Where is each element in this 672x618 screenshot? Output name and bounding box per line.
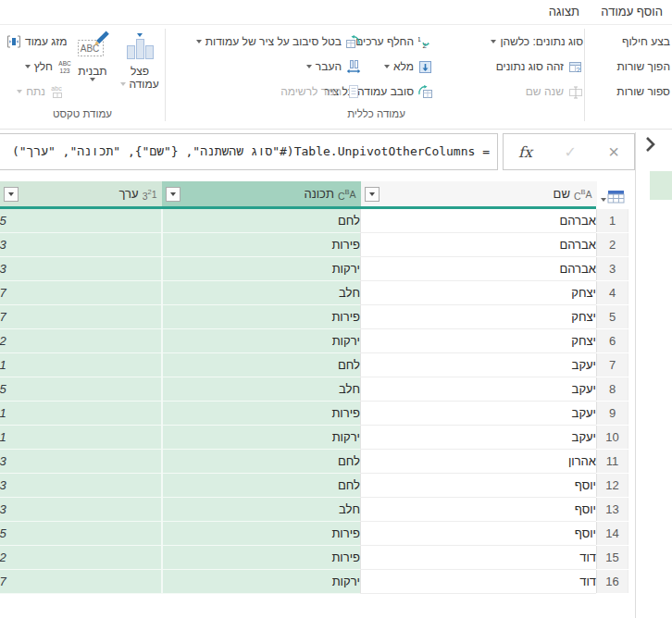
move-icon [345, 59, 361, 75]
attribute-cell[interactable]: לחם [162, 474, 361, 498]
rename-button[interactable]: שנה שם [526, 81, 583, 102]
row-number-cell[interactable]: 1 [597, 208, 628, 233]
tab-add-column[interactable]: הוסף עמודה [601, 5, 663, 19]
attribute-cell[interactable]: פירות [162, 546, 361, 570]
cancel-formula-icon[interactable]: × [608, 142, 619, 161]
extract-button[interactable]: ABC123 חלץ [0, 56, 72, 77]
attribute-cell[interactable]: פירות [162, 305, 361, 329]
row-number-cell[interactable]: 8 [597, 377, 628, 402]
split-column-button[interactable]: פצל עמודה [117, 28, 163, 107]
row-number-cell[interactable]: 16 [597, 570, 628, 594]
value-cell[interactable]: 1 [0, 426, 162, 450]
value-cell[interactable]: 5 [0, 377, 162, 402]
value-cell[interactable]: 3 [0, 474, 162, 498]
attribute-cell[interactable]: פירות [162, 402, 361, 426]
value-cell[interactable]: 5 [0, 522, 162, 546]
confirm-formula-icon[interactable]: ✓ [564, 143, 576, 161]
table-row: 16 דוד ירקות 7 [0, 570, 628, 594]
name-cell[interactable]: דוד [361, 546, 597, 570]
value-cell[interactable]: 3 [0, 257, 162, 281]
attribute-cell[interactable]: חלב [162, 498, 361, 522]
row-number-cell[interactable]: 13 [597, 498, 628, 522]
name-cell[interactable]: אהרון [361, 450, 597, 474]
formula-input[interactable]: = Table.UnpivotOtherColumns(#"סוג שהשתנה… [0, 133, 498, 170]
value-cell[interactable]: 7 [0, 570, 162, 594]
detect-data-type-button[interactable]: ? זהה סוג נתונים [496, 56, 583, 77]
row-number-cell[interactable]: 2 [597, 233, 628, 257]
merge-columns-button[interactable]: מזג עמוד [6, 31, 67, 52]
value-cell[interactable]: 2 [0, 329, 162, 353]
name-cell[interactable]: יעקב [361, 353, 597, 377]
row-number-cell[interactable]: 12 [597, 474, 628, 498]
convert-to-list-button[interactable]: המר לרשימה [280, 81, 361, 102]
name-cell[interactable]: דוד [361, 570, 597, 594]
value-cell[interactable]: 3 [0, 498, 162, 522]
data-type-button[interactable]: סוג נתונים: כלשהן [491, 31, 583, 52]
attribute-cell[interactable]: לחם [162, 450, 361, 474]
count-rows-button[interactable]: ספור שורות [616, 81, 670, 102]
column-header-name[interactable]: ABC שם [361, 181, 597, 208]
name-cell[interactable]: יצחק [361, 281, 597, 305]
name-cell[interactable]: יצחק [361, 329, 597, 353]
table-row: 14 יוסף פירות 5 [0, 522, 628, 546]
value-cell[interactable]: 7 [0, 281, 162, 305]
value-cell[interactable]: 2 [0, 546, 162, 570]
filter-button[interactable] [365, 187, 380, 202]
row-number-cell[interactable]: 6 [597, 329, 628, 353]
value-cell[interactable]: 3 [0, 233, 162, 257]
row-number-cell[interactable]: 5 [597, 305, 628, 329]
row-number-cell[interactable]: 11 [597, 450, 628, 474]
parse-button[interactable]: abc נתח [0, 81, 65, 102]
filter-button[interactable] [4, 187, 19, 202]
name-cell[interactable]: יעקב [361, 426, 597, 450]
name-cell[interactable]: אברהם [361, 257, 597, 281]
name-cell[interactable]: יעקב [361, 402, 597, 426]
attribute-cell[interactable]: ירקות [162, 257, 361, 281]
attribute-cell[interactable]: פירות [162, 233, 361, 257]
tab-view[interactable]: תצוגה [549, 5, 579, 19]
table-menu-header[interactable] [597, 181, 628, 208]
fx-icon[interactable]: fx [518, 143, 532, 161]
name-cell[interactable]: יוסף [361, 522, 597, 546]
name-cell[interactable]: יוסף [361, 474, 597, 498]
transpose-button[interactable]: בצע חילוף [622, 31, 670, 52]
convert-to-list-icon [345, 84, 361, 100]
value-cell[interactable]: 5 [0, 208, 162, 233]
name-cell[interactable]: אברהם [361, 233, 597, 257]
move-label: העבר [316, 60, 342, 73]
unpivot-columns-button[interactable]: בטל סיבוב על ציר של עמודות [196, 31, 361, 52]
fill-button[interactable]: מלא [384, 56, 433, 77]
row-number-cell[interactable]: 7 [597, 353, 628, 377]
attribute-cell[interactable]: ירקות [162, 329, 361, 353]
row-number-cell[interactable]: 3 [597, 257, 628, 281]
attribute-cell[interactable]: פירות [162, 522, 361, 546]
query-pane-item[interactable] [650, 171, 672, 200]
format-button[interactable]: ABC תבנית [70, 28, 115, 107]
value-cell[interactable]: 7 [0, 305, 162, 329]
value-cell[interactable]: 1 [0, 402, 162, 426]
attribute-cell[interactable]: חלב [162, 377, 361, 402]
attribute-cell[interactable]: ירקות [162, 570, 361, 594]
row-number-cell[interactable]: 10 [597, 426, 628, 450]
value-cell[interactable]: 1 [0, 353, 162, 377]
move-button[interactable]: העבר [306, 56, 361, 77]
name-cell[interactable]: יעקב [361, 377, 597, 402]
filter-button[interactable] [166, 187, 180, 202]
row-number-cell[interactable]: 14 [597, 522, 628, 546]
attribute-cell[interactable]: חלב [162, 281, 361, 305]
row-number-cell[interactable]: 9 [597, 402, 628, 426]
name-cell[interactable]: יצחק [361, 305, 597, 329]
column-header-attribute[interactable]: ABC תכונה [162, 181, 361, 208]
name-cell[interactable]: יוסף [361, 498, 597, 522]
expand-pane-chevron-icon[interactable] [641, 135, 659, 154]
attribute-cell[interactable]: לחם [162, 208, 361, 233]
reverse-rows-button[interactable]: הפוך שורות [617, 56, 670, 77]
attribute-cell[interactable]: ירקות [162, 426, 361, 450]
row-number-cell[interactable]: 4 [597, 281, 628, 305]
unpivot-columns-icon [345, 34, 361, 50]
attribute-cell[interactable]: לחם [162, 353, 361, 377]
column-header-value[interactable]: 123 ערך [0, 181, 162, 208]
value-cell[interactable]: 3 [0, 450, 162, 474]
row-number-cell[interactable]: 15 [597, 546, 628, 570]
name-cell[interactable]: אברהם [361, 208, 597, 233]
